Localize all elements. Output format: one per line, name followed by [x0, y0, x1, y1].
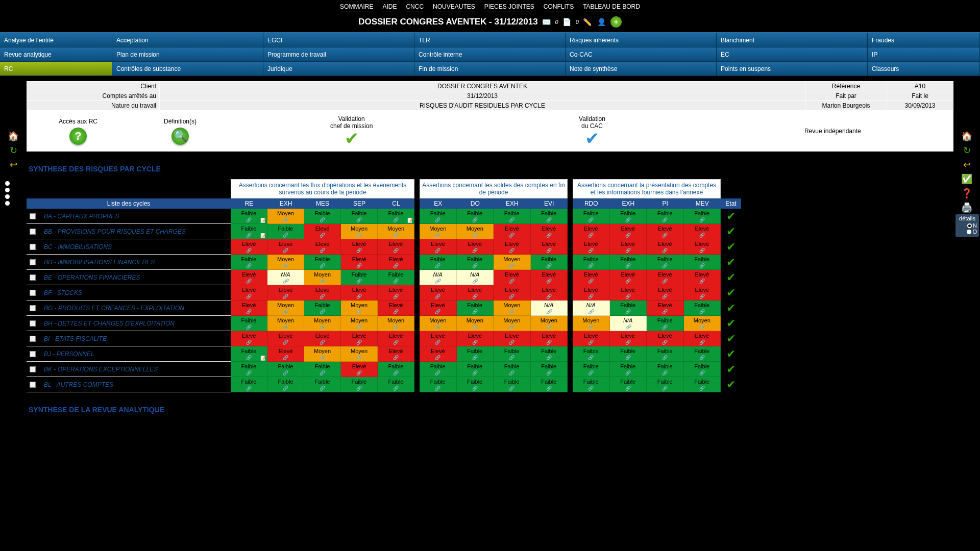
- risk-cell[interactable]: Faible: [420, 209, 457, 224]
- risk-cell[interactable]: Faible: [378, 209, 414, 224]
- risk-cell[interactable]: Elevé: [341, 285, 378, 300]
- risk-cell[interactable]: Elevé: [267, 285, 304, 300]
- risk-cell[interactable]: Elevé: [610, 285, 647, 300]
- risk-cell[interactable]: Faible: [378, 362, 414, 377]
- risk-cell[interactable]: Elevé: [647, 239, 684, 255]
- risk-cell[interactable]: Faible: [420, 362, 457, 377]
- risk-cell[interactable]: Elevé: [494, 331, 531, 346]
- risk-cell[interactable]: Elevé: [494, 239, 531, 255]
- risk-cell[interactable]: Faible: [304, 255, 341, 270]
- nav-contr-les-de-substance[interactable]: Contrôles de substance: [112, 62, 263, 76]
- risk-cell[interactable]: Elevé: [457, 239, 494, 255]
- risk-cell[interactable]: Elevé: [341, 255, 378, 270]
- risk-cell[interactable]: Faible: [684, 255, 721, 270]
- risk-cell[interactable]: Elevé: [573, 224, 610, 239]
- nav-points-en-suspens[interactable]: Points en suspens: [717, 62, 868, 76]
- risk-cell[interactable]: Moyen: [457, 316, 494, 331]
- cycle-checkbox[interactable]: [30, 382, 36, 388]
- risk-cell[interactable]: Elevé: [573, 285, 610, 300]
- redo-icon[interactable]: ↻: [6, 144, 21, 157]
- nav-co-cac[interactable]: Co-CAC: [566, 47, 717, 62]
- etat-icon[interactable]: ✔: [721, 209, 741, 224]
- risk-cell[interactable]: Elevé: [267, 346, 304, 362]
- risk-cell[interactable]: Moyen: [341, 300, 378, 316]
- risk-cell[interactable]: Elevé: [684, 224, 721, 239]
- topmenu-cncc[interactable]: CNCC: [406, 3, 424, 10]
- risk-cell[interactable]: Elevé: [231, 270, 267, 285]
- nav-revue-analytique[interactable]: Revue analytique: [0, 47, 112, 62]
- risk-cell[interactable]: Moyen: [378, 224, 414, 239]
- risk-cell[interactable]: Faible: [573, 362, 610, 377]
- risk-cell[interactable]: Moyen: [304, 270, 341, 285]
- risk-cell[interactable]: Faible: [647, 362, 684, 377]
- risk-cell[interactable]: Moyen: [267, 300, 304, 316]
- etat-icon[interactable]: ✔: [721, 270, 741, 285]
- etat-icon[interactable]: ✔: [721, 377, 741, 392]
- risk-cell[interactable]: Moyen: [304, 316, 341, 331]
- risk-cell[interactable]: Faible: [378, 377, 414, 392]
- risk-cell[interactable]: Elevé: [573, 270, 610, 285]
- risk-cell[interactable]: Moyen: [267, 209, 304, 224]
- risk-cell[interactable]: Faible: [457, 346, 494, 362]
- risk-cell[interactable]: Faible: [231, 224, 267, 239]
- etat-icon[interactable]: ✔: [721, 285, 741, 300]
- risk-cell[interactable]: Moyen: [494, 316, 531, 331]
- cycle-checkbox[interactable]: [30, 244, 36, 250]
- risk-cell[interactable]: Faible: [610, 209, 647, 224]
- risk-cell[interactable]: Moyen: [341, 224, 378, 239]
- risk-cell[interactable]: Elevé: [457, 285, 494, 300]
- risk-cell[interactable]: Elevé: [420, 285, 457, 300]
- risk-cell[interactable]: Elevé: [647, 224, 684, 239]
- risk-cell[interactable]: Elevé: [267, 239, 304, 255]
- risk-cell[interactable]: Elevé: [494, 285, 531, 300]
- risk-cell[interactable]: Faible: [531, 362, 568, 377]
- risk-cell[interactable]: Faible: [457, 362, 494, 377]
- risk-cell[interactable]: Moyen: [457, 224, 494, 239]
- nav-fraudes[interactable]: Fraudes: [868, 33, 980, 47]
- risk-cell[interactable]: Faible: [341, 209, 378, 224]
- risk-cell[interactable]: Elevé: [304, 285, 341, 300]
- valid-chef-button[interactable]: ✔: [231, 130, 472, 147]
- risk-cell[interactable]: Moyen: [573, 316, 610, 331]
- filter-N/A[interactable]: N/A: [5, 200, 21, 206]
- risk-cell[interactable]: N/A: [531, 300, 568, 316]
- risk-cell[interactable]: Faible: [457, 377, 494, 392]
- topmenu-nouveautes[interactable]: NOUVEAUTES: [433, 3, 475, 10]
- risk-cell[interactable]: Faible: [231, 377, 267, 392]
- risk-cell[interactable]: Elevé: [647, 285, 684, 300]
- home-icon[interactable]: 🏠: [6, 130, 21, 143]
- risk-cell[interactable]: Faible: [610, 300, 647, 316]
- risk-cell[interactable]: Moyen: [341, 346, 378, 362]
- risk-cell[interactable]: Moyen: [304, 346, 341, 362]
- risk-cell[interactable]: Faible: [267, 224, 304, 239]
- access-rc-button[interactable]: ?: [27, 125, 129, 145]
- risk-cell[interactable]: Elevé: [573, 331, 610, 346]
- risk-cell[interactable]: Faible: [531, 209, 568, 224]
- risk-cell[interactable]: Elevé: [531, 285, 568, 300]
- cycle-link[interactable]: BF - STOCKS: [44, 289, 82, 296]
- risk-cell[interactable]: Faible: [304, 300, 341, 316]
- risk-cell[interactable]: Faible: [610, 362, 647, 377]
- home2-icon[interactable]: 🏠: [959, 130, 974, 143]
- risk-cell[interactable]: Elevé: [573, 239, 610, 255]
- etat-icon[interactable]: ✔: [721, 331, 741, 346]
- print-icon[interactable]: 🖨️: [959, 201, 974, 214]
- nav-programme-de-travail[interactable]: Programme de travail: [263, 47, 414, 62]
- cycle-link[interactable]: BB - PROVISIONS POUR RISQUES ET CHARGES: [44, 228, 186, 235]
- cycle-checkbox[interactable]: [30, 259, 36, 265]
- risk-cell[interactable]: Elevé: [341, 239, 378, 255]
- nav-contr-le-interne[interactable]: Contrôle interne: [414, 47, 566, 62]
- risk-cell[interactable]: Faible: [341, 270, 378, 285]
- risk-cell[interactable]: Elevé: [267, 331, 304, 346]
- undo2-icon[interactable]: ↩: [959, 158, 974, 171]
- risk-cell[interactable]: Elevé: [531, 239, 568, 255]
- cycle-link[interactable]: BD - IMMOBILISATIONS FINANCIERES: [44, 259, 155, 266]
- risk-cell[interactable]: Faible: [304, 377, 341, 392]
- risk-cell[interactable]: Elevé: [341, 362, 378, 377]
- topmenu-pieces jointes[interactable]: PIECES JOINTES: [484, 3, 534, 10]
- risk-cell[interactable]: Elevé: [610, 331, 647, 346]
- risk-cell[interactable]: Faible: [267, 377, 304, 392]
- nav-ec[interactable]: EC: [717, 47, 868, 62]
- etat-icon[interactable]: ✔: [721, 346, 741, 362]
- filter-F[interactable]: F: [5, 180, 21, 186]
